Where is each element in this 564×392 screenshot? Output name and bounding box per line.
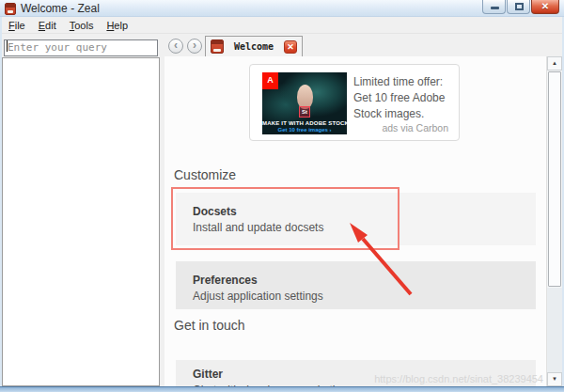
window-chrome: File Edit Tools Help ‹ › Welcome ✕ [0,17,564,56]
adobe-logo-icon: A [262,72,278,89]
menu-file[interactable]: File [2,18,32,33]
docsets-item[interactable]: Docsets Install and update docsets [176,193,536,245]
vertical-scrollbar[interactable]: ▲ ▼ [546,56,562,386]
adobe-stock-badge: St [299,106,310,118]
csdn-watermark: https://blog.csdn.net/sinat_38239454 [374,373,543,384]
zeal-app-icon [5,3,16,15]
minimize-button[interactable] [482,0,506,14]
window-frame-left [0,17,2,392]
get-in-touch-heading: Get in touch [174,318,245,333]
maximize-icon [515,3,524,10]
close-button[interactable]: ✕ [531,0,559,14]
scroll-down-button[interactable]: ▼ [547,372,562,386]
scrollbar-thumb[interactable] [548,71,561,287]
tab-welcome[interactable]: Welcome ✕ [205,36,303,56]
scroll-up-button[interactable]: ▲ [547,56,562,71]
ads-via-carbon-link[interactable]: ads via Carbon [382,122,448,133]
window-controls: ✕ [482,0,559,14]
minimize-icon [491,7,499,9]
welcome-page: A St MAKE IT WITH ADOBE STOCK. Get 10 fr… [164,56,562,386]
docset-list-panel[interactable] [2,57,160,386]
preferences-item[interactable]: Preferences Adjust application settings [176,261,536,309]
docsets-subtitle: Install and update docsets [193,221,536,234]
zeal-window: Welcome - Zeal ✕ File Edit Tools Help ‹ … [0,0,564,392]
ad-banner-image[interactable]: A St MAKE IT WITH ADOBE STOCK. Get 10 fr… [262,72,347,134]
menu-help[interactable]: Help [100,18,134,33]
menu-edit[interactable]: Edit [32,18,63,33]
customize-heading: Customize [174,167,236,182]
text-caret [7,40,8,52]
preferences-title: Preferences [193,274,536,287]
window-title: Welcome - Zeal [21,2,100,15]
title-bar: Welcome - Zeal ✕ [0,0,564,17]
window-frame-bottom [0,386,564,392]
tab-label: Welcome [224,41,284,52]
scrollbar-track[interactable] [547,288,562,372]
forward-button[interactable]: › [187,39,202,54]
ad-cta-link[interactable]: Get 10 free images › [262,127,347,133]
ad-copy-text: Limited time offer: Get 10 free Adobe St… [353,74,459,122]
maximize-button[interactable] [507,0,530,14]
search-input[interactable] [4,39,158,56]
docsets-title: Docsets [193,205,536,218]
carbon-ad-card[interactable]: A St MAKE IT WITH ADOBE STOCK. Get 10 fr… [249,64,460,141]
close-icon: ✕ [532,0,558,13]
back-button[interactable]: ‹ [168,39,183,54]
ad-headline: MAKE IT WITH ADOBE STOCK. [262,120,347,126]
tab-close-button[interactable]: ✕ [284,40,297,54]
search-box [4,38,158,55]
menu-bar: File Edit Tools Help [0,17,564,34]
preferences-subtitle: Adjust application settings [193,290,536,303]
zeal-tab-icon [211,39,224,54]
menu-tools[interactable]: Tools [63,18,101,33]
